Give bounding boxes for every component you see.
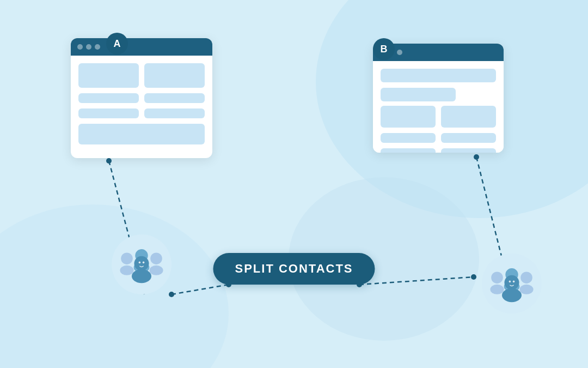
svg-point-9 [143, 262, 145, 264]
svg-point-12 [520, 272, 532, 283]
svg-point-17 [502, 288, 522, 302]
svg-point-10 [491, 272, 503, 283]
svg-point-16 [505, 275, 519, 290]
svg-point-3 [149, 266, 163, 275]
browser-window-a [71, 38, 212, 158]
split-contacts-label: SPLIT CONTACTS [235, 262, 353, 275]
svg-point-1 [120, 266, 133, 275]
content-row [381, 88, 496, 101]
browser-dot [95, 44, 100, 50]
svg-point-7 [132, 269, 151, 283]
content-row [78, 108, 205, 118]
split-contacts-button[interactable]: SPLIT CONTACTS [213, 253, 375, 285]
svg-point-8 [139, 262, 141, 264]
contact-group-right [482, 254, 542, 313]
bg-blob-2 [0, 204, 229, 368]
content-block [78, 93, 139, 103]
content-spacer [78, 124, 205, 144]
browser-window-b [373, 44, 504, 153]
people-group-icon-left [117, 240, 166, 289]
content-block [78, 108, 139, 118]
badge-a: A [106, 33, 128, 55]
svg-point-19 [513, 281, 515, 283]
content-block [144, 108, 205, 118]
content-row [381, 148, 496, 153]
browser-dot [86, 44, 91, 50]
content-row [78, 63, 205, 88]
content-block [441, 148, 496, 153]
browser-dot [77, 44, 83, 50]
content-block [381, 148, 436, 153]
content-row [381, 133, 496, 143]
content-block [78, 63, 139, 88]
content-row [381, 69, 496, 82]
browser-body-b [373, 61, 504, 153]
content-row [381, 106, 496, 128]
content-block [381, 133, 436, 143]
svg-point-2 [150, 252, 162, 264]
svg-point-6 [134, 256, 149, 271]
people-group-icon-right [487, 259, 536, 308]
content-block [381, 69, 496, 82]
content-block [381, 106, 436, 128]
content-block [441, 106, 496, 128]
svg-point-13 [519, 285, 533, 294]
contact-group-left [112, 234, 171, 294]
conn-dot [106, 158, 112, 164]
browser-dot [397, 50, 402, 55]
content-block [441, 133, 496, 143]
badge-b: B [373, 38, 395, 60]
svg-point-11 [490, 285, 504, 294]
browser-header-a [71, 38, 212, 56]
browser-body-a [71, 56, 212, 152]
content-block [144, 63, 205, 88]
content-block-full [78, 124, 205, 144]
content-block [381, 88, 456, 101]
svg-point-0 [121, 252, 133, 264]
main-content: A B [0, 0, 588, 368]
content-block [144, 93, 205, 103]
content-row [78, 93, 205, 103]
svg-point-18 [509, 281, 511, 283]
